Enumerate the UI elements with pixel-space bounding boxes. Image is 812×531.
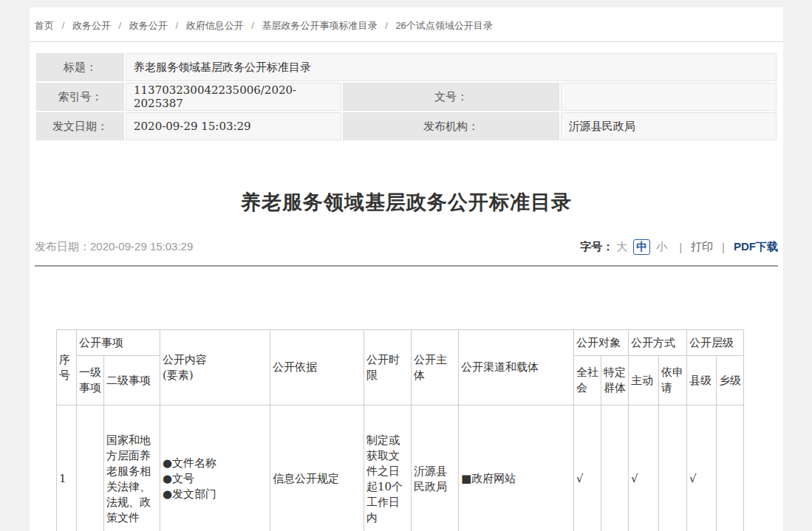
header-township: 乡级 — [717, 356, 744, 405]
cell-active: √ — [629, 405, 659, 531]
breadcrumb-separator: / — [385, 20, 388, 31]
cell-on-request — [659, 405, 687, 531]
meta-docno-label: 文号： — [343, 83, 559, 111]
page-title: 养老服务领域基层政务公开标准目录 — [30, 189, 783, 216]
header-basis: 公开依据 — [270, 330, 364, 405]
meta-title-label: 标题： — [36, 53, 124, 81]
meta-index-value: 113703230042235006/2020-2025387 — [126, 83, 341, 111]
header-level-group: 公开层级 — [687, 330, 744, 356]
header-active: 主动 — [629, 356, 659, 405]
table-row: 1 国家和地方层面养老服务相关法律、法规、政策文件 ●文件名称 ●文号 ●发文部… — [57, 405, 744, 531]
cell-time-limit: 制定或获取文件之日起10个工作日内 — [364, 405, 412, 531]
content-card: 首页 / 政务公开 / 政务公开 / 政府信息公开 / 基层政务公开事项标准目录… — [30, 7, 783, 531]
meta-row-title: 标题： 养老服务领域基层政务公开标准目录 — [36, 53, 777, 81]
tool-separator: | — [679, 241, 682, 253]
cell-channel: ■政府网站 — [459, 405, 574, 531]
cell-basis: 信息公开规定 — [270, 405, 364, 531]
breadcrumb-standard-catalog[interactable]: 基层政务公开事项标准目录 — [262, 20, 378, 31]
header-items-group: 公开事项 — [77, 330, 160, 356]
meta-date-label: 发文日期： — [36, 112, 124, 140]
cell-township — [717, 405, 744, 531]
meta-row-date: 发文日期： 2020-09-29 15:03:29 发布机构： 沂源县民政局 — [36, 112, 777, 140]
tool-separator: | — [722, 241, 725, 253]
header-target-group: 公开对象 — [574, 330, 629, 356]
cell-level1 — [77, 405, 104, 531]
content-divider — [35, 265, 778, 267]
breadcrumb-separator: / — [175, 20, 178, 31]
header-all-society: 全社会 — [574, 356, 601, 405]
meta-date-value: 2020-09-29 15:03:29 — [126, 112, 341, 140]
font-size-label: 字号： — [580, 240, 613, 254]
publish-date-value: 2020-09-29 15:03:29 — [90, 240, 193, 253]
header-method-group: 公开方式 — [629, 330, 687, 356]
table-header-row-1: 序号 公开事项 公开内容 (要素) 公开依据 公开时限 公开主体 公开渠道和载体… — [57, 330, 744, 356]
meta-index-label: 索引号： — [36, 83, 124, 111]
breadcrumb: 首页 / 政务公开 / 政务公开 / 政府信息公开 / 基层政务公开事项标准目录… — [30, 7, 783, 42]
breadcrumb-pilot-catalog[interactable]: 26个试点领域公开目录 — [395, 20, 492, 31]
cell-level2: 国家和地方层面养老服务相关法律、法规、政策文件 — [104, 405, 160, 531]
breadcrumb-home[interactable]: 首页 — [35, 20, 54, 31]
cell-county: √ — [687, 405, 717, 531]
meta-row-index: 索引号： 113703230042235006/2020-2025387 文号： — [36, 83, 777, 111]
publish-date: 发布日期：2020-09-29 15:03:29 — [35, 240, 193, 254]
meta-org-label: 发布机构： — [343, 112, 559, 140]
document-meta-table: 标题： 养老服务领域基层政务公开标准目录 索引号： 11370323004223… — [35, 52, 778, 142]
meta-docno-value — [561, 83, 777, 111]
breadcrumb-separator: / — [119, 20, 122, 31]
breadcrumb-zwgk-1[interactable]: 政务公开 — [72, 20, 111, 31]
meta-org-value: 沂源县民政局 — [561, 112, 777, 140]
catalog-table: 序号 公开事项 公开内容 (要素) 公开依据 公开时限 公开主体 公开渠道和载体… — [56, 329, 744, 531]
cell-all-society: √ — [574, 405, 601, 531]
header-on-request: 依申请 — [659, 356, 687, 405]
print-button[interactable]: 打印 — [691, 240, 713, 254]
meta-title-value: 养老服务领域基层政务公开标准目录 — [126, 53, 777, 81]
header-time-limit: 公开时限 — [364, 330, 412, 405]
header-county: 县级 — [687, 356, 717, 405]
header-level1: 一级事项 — [77, 356, 104, 405]
font-size-medium-button[interactable]: 中 — [633, 239, 650, 255]
font-size-small-button[interactable]: 小 — [656, 240, 667, 254]
header-level2: 二级事项 — [104, 356, 160, 405]
article-tools: 字号： 大 中 小 | 打印 | PDF下载 — [580, 239, 778, 255]
header-channel: 公开渠道和载体 — [459, 330, 574, 405]
cell-specific-group — [601, 405, 629, 531]
header-specific-group: 特定群体 — [601, 356, 629, 405]
cell-no: 1 — [57, 405, 77, 531]
header-no: 序号 — [57, 330, 77, 405]
article-info-bar: 发布日期：2020-09-29 15:03:29 字号： 大 中 小 | 打印 … — [35, 239, 778, 255]
breadcrumb-zwgk-2[interactable]: 政务公开 — [129, 20, 168, 31]
font-size-large-button[interactable]: 大 — [616, 240, 627, 254]
cell-subject: 沂源县民政局 — [412, 405, 459, 531]
header-content: 公开内容 (要素) — [160, 330, 270, 405]
breadcrumb-gov-info[interactable]: 政府信息公开 — [186, 20, 244, 31]
cell-content: ●文件名称 ●文号 ●发文部门 — [160, 405, 270, 531]
header-subject: 公开主体 — [412, 330, 459, 405]
breadcrumb-separator: / — [62, 20, 65, 31]
pdf-download-button[interactable]: PDF下载 — [734, 240, 778, 254]
publish-date-label: 发布日期： — [35, 240, 90, 253]
breadcrumb-separator: / — [251, 20, 254, 31]
